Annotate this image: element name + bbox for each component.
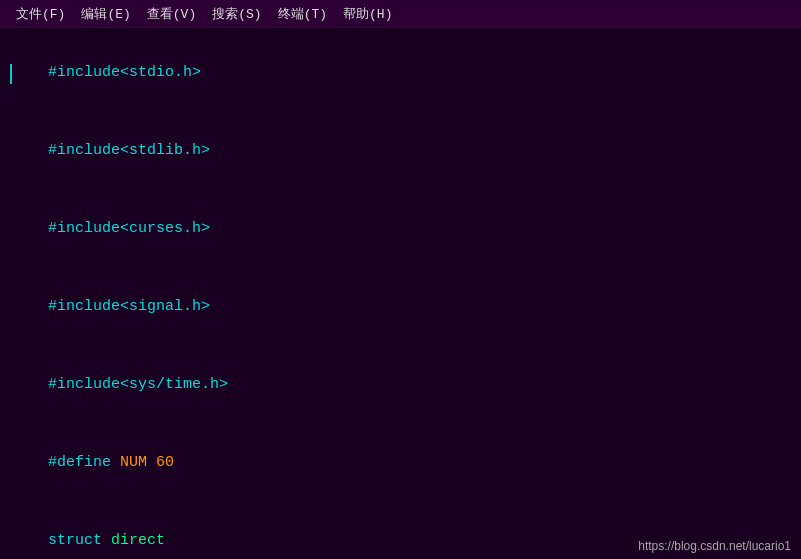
kw-include-5: include	[57, 376, 120, 393]
menu-search[interactable]: 搜索(S)	[204, 3, 269, 25]
code-line-5: #include<sys/time.h>	[12, 346, 789, 424]
menu-help[interactable]: 帮助(H)	[335, 3, 400, 25]
hash-6: #	[48, 454, 57, 471]
text-cursor	[10, 64, 12, 84]
code-line-6: #define NUM 60	[12, 424, 789, 502]
code-line-3: #include<curses.h>	[12, 190, 789, 268]
code-line-2: #include<stdlib.h>	[12, 112, 789, 190]
header-5: <sys/time.h>	[120, 376, 228, 393]
menu-bar: 文件(F) 编辑(E) 查看(V) 搜索(S) 终端(T) 帮助(H)	[0, 0, 801, 28]
kw-include-1: include	[57, 64, 120, 81]
menu-edit[interactable]: 编辑(E)	[73, 3, 138, 25]
hash-1: #	[48, 64, 57, 81]
kw-struct-1: struct	[48, 532, 102, 549]
header-4: <signal.h>	[120, 298, 210, 315]
code-line-1: #include<stdio.h>	[12, 34, 789, 112]
kw-include-3: include	[57, 220, 120, 237]
hash-4: #	[48, 298, 57, 315]
menu-view[interactable]: 查看(V)	[139, 3, 204, 25]
hash-3: #	[48, 220, 57, 237]
status-url: https://blog.csdn.net/lucario1	[638, 539, 791, 553]
define-val: 60	[156, 454, 174, 471]
header-3: <curses.h>	[120, 220, 210, 237]
code-line-4: #include<signal.h>	[12, 268, 789, 346]
kw-include-2: include	[57, 142, 120, 159]
hash-5: #	[48, 376, 57, 393]
menu-file[interactable]: 文件(F)	[8, 3, 73, 25]
header-1: <stdio.h>	[120, 64, 201, 81]
struct-name-1: direct	[111, 532, 165, 549]
editor-area[interactable]: #include<stdio.h> #include<stdlib.h> #in…	[0, 28, 801, 559]
header-2: <stdlib.h>	[120, 142, 210, 159]
menu-terminal[interactable]: 终端(T)	[270, 3, 335, 25]
hash-2: #	[48, 142, 57, 159]
define-name: NUM	[120, 454, 147, 471]
kw-define: define	[57, 454, 111, 471]
kw-include-4: include	[57, 298, 120, 315]
